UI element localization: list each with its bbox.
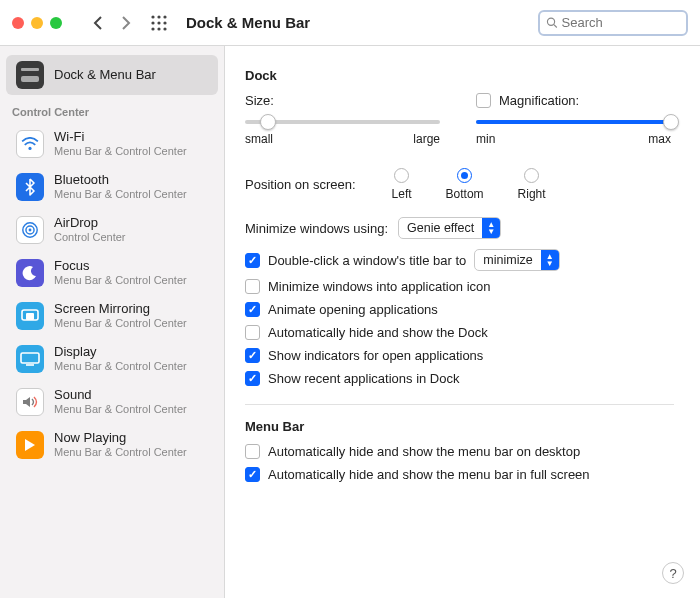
size-min-label: small <box>245 132 273 146</box>
search-field[interactable] <box>538 10 688 36</box>
checkbox-label: Automatically hide and show the Dock <box>268 325 488 340</box>
svg-point-3 <box>151 21 154 24</box>
show-indicators-checkbox[interactable] <box>245 348 260 363</box>
sidebar-item-label: Wi-Fi <box>54 129 187 145</box>
animate-opening-checkbox[interactable] <box>245 302 260 317</box>
checkbox-label: Show recent applications in Dock <box>268 371 460 386</box>
svg-point-8 <box>163 27 166 30</box>
autohide-dock-checkbox[interactable] <box>245 325 260 340</box>
svg-point-2 <box>163 15 166 18</box>
menubar-heading: Menu Bar <box>245 419 674 434</box>
radio-label: Bottom <box>446 187 484 201</box>
doubleclick-titlebar-checkbox[interactable] <box>245 253 260 268</box>
radio-label: Left <box>392 187 412 201</box>
sidebar-item-airdrop[interactable]: AirDropControl Center <box>6 209 218 251</box>
checkbox-label: Minimize windows into application icon <box>268 279 491 294</box>
svg-point-7 <box>157 27 160 30</box>
slider-fill <box>476 120 671 124</box>
sidebar-item-label: Focus <box>54 258 187 274</box>
autohide-menubar-fullscreen-checkbox[interactable] <box>245 467 260 482</box>
minimize-into-app-checkbox[interactable] <box>245 279 260 294</box>
close-window-button[interactable] <box>12 17 24 29</box>
sidebar-item-wifi[interactable]: Wi-FiMenu Bar & Control Center <box>6 123 218 165</box>
sidebar-item-sound[interactable]: SoundMenu Bar & Control Center <box>6 381 218 423</box>
svg-point-5 <box>163 21 166 24</box>
mag-min-label: min <box>476 132 495 146</box>
position-radio-left[interactable]: Left <box>392 168 412 201</box>
svg-point-1 <box>157 15 160 18</box>
window-title: Dock & Menu Bar <box>186 14 310 31</box>
show-recent-apps-checkbox[interactable] <box>245 371 260 386</box>
window-controls <box>12 17 62 29</box>
sidebar-item-display[interactable]: DisplayMenu Bar & Control Center <box>6 338 218 380</box>
checkbox-label: Automatically hide and show the menu bar… <box>268 444 580 459</box>
play-icon <box>16 431 44 459</box>
magnification-checkbox[interactable] <box>476 93 491 108</box>
dock-heading: Dock <box>245 68 674 83</box>
radio-icon <box>524 168 539 183</box>
sidebar-item-screen-mirroring[interactable]: Screen MirroringMenu Bar & Control Cente… <box>6 295 218 337</box>
search-input[interactable] <box>562 15 681 30</box>
search-icon <box>546 16 558 29</box>
checkbox-label: Show indicators for open applications <box>268 348 483 363</box>
svg-rect-11 <box>21 76 39 82</box>
sound-icon <box>16 388 44 416</box>
position-radio-right[interactable]: Right <box>518 168 546 201</box>
mag-max-label: max <box>648 132 671 146</box>
svg-rect-19 <box>21 353 39 363</box>
radio-icon <box>457 168 472 183</box>
sidebar-item-sublabel: Control Center <box>54 231 126 245</box>
select-value: Genie effect <box>399 221 482 235</box>
help-button[interactable]: ? <box>662 562 684 584</box>
size-slider-block: Size: small large <box>245 93 440 146</box>
show-all-button[interactable] <box>150 14 168 32</box>
airdrop-icon <box>16 216 44 244</box>
magnification-label: Magnification: <box>499 93 579 108</box>
minimize-effect-select[interactable]: Genie effect ▲▼ <box>398 217 501 239</box>
sidebar-item-now-playing[interactable]: Now PlayingMenu Bar & Control Center <box>6 424 218 466</box>
sidebar-item-label: Display <box>54 344 187 360</box>
updown-icon: ▲▼ <box>541 250 559 270</box>
slider-thumb-icon[interactable] <box>663 114 679 130</box>
magnification-slider[interactable] <box>476 120 671 124</box>
minimize-window-button[interactable] <box>31 17 43 29</box>
moon-icon <box>16 259 44 287</box>
size-max-label: large <box>413 132 440 146</box>
bluetooth-icon <box>16 173 44 201</box>
sidebar-item-sublabel: Menu Bar & Control Center <box>54 188 187 202</box>
doubleclick-action-select[interactable]: minimize ▲▼ <box>474 249 559 271</box>
svg-point-0 <box>151 15 154 18</box>
sidebar-item-label: AirDrop <box>54 215 126 231</box>
svg-rect-18 <box>26 313 34 320</box>
sidebar-item-sublabel: Menu Bar & Control Center <box>54 446 187 460</box>
minimize-using-label: Minimize windows using: <box>245 221 388 236</box>
size-slider[interactable] <box>245 120 440 124</box>
sidebar-item-dock-menubar[interactable]: Dock & Menu Bar <box>6 55 218 95</box>
checkbox-label: Animate opening applications <box>268 302 438 317</box>
position-radio-bottom[interactable]: Bottom <box>446 168 484 201</box>
help-icon: ? <box>669 566 676 581</box>
wifi-icon <box>16 130 44 158</box>
screen-mirroring-icon <box>16 302 44 330</box>
sidebar-item-bluetooth[interactable]: BluetoothMenu Bar & Control Center <box>6 166 218 208</box>
forward-button[interactable] <box>116 13 136 33</box>
checkbox-label: Automatically hide and show the menu bar… <box>268 467 590 482</box>
dock-icon <box>16 61 44 89</box>
sidebar-item-sublabel: Menu Bar & Control Center <box>54 360 187 374</box>
sidebar-item-sublabel: Menu Bar & Control Center <box>54 274 187 288</box>
position-label: Position on screen: <box>245 177 356 192</box>
svg-point-4 <box>157 21 160 24</box>
autohide-menubar-desktop-checkbox[interactable] <box>245 444 260 459</box>
back-button[interactable] <box>88 13 108 33</box>
sidebar-item-focus[interactable]: FocusMenu Bar & Control Center <box>6 252 218 294</box>
svg-point-9 <box>547 18 554 25</box>
zoom-window-button[interactable] <box>50 17 62 29</box>
sidebar-item-sublabel: Menu Bar & Control Center <box>54 145 187 159</box>
grid-icon <box>150 14 168 32</box>
updown-icon: ▲▼ <box>482 218 500 238</box>
sidebar-section-label: Control Center <box>0 96 224 122</box>
sidebar-item-sublabel: Menu Bar & Control Center <box>54 317 187 331</box>
position-radio-group: Left Bottom Right <box>392 168 546 201</box>
divider <box>245 404 674 405</box>
slider-thumb-icon[interactable] <box>260 114 276 130</box>
